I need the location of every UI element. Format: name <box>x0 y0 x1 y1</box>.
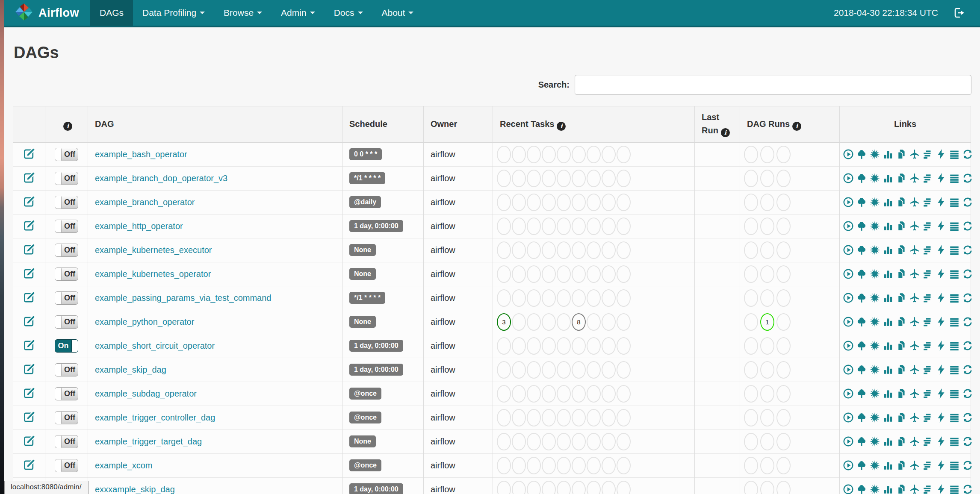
logs-icon[interactable] <box>949 484 960 494</box>
state-circle[interactable] <box>776 433 791 450</box>
state-circle[interactable] <box>776 457 791 474</box>
state-circle[interactable] <box>744 146 758 163</box>
task-tries-icon[interactable] <box>896 173 907 184</box>
edit-dag-icon[interactable] <box>23 171 35 183</box>
task-duration-icon[interactable] <box>883 436 894 447</box>
state-circle[interactable] <box>497 481 511 494</box>
nav-item-data-profiling[interactable]: Data Profiling <box>133 0 214 26</box>
tree-view-icon[interactable] <box>856 412 867 423</box>
nav-item-admin[interactable]: Admin <box>272 0 325 26</box>
state-circle[interactable] <box>557 194 571 211</box>
state-circle[interactable] <box>527 361 541 379</box>
state-circle[interactable] <box>744 409 758 426</box>
state-circle[interactable] <box>776 481 791 494</box>
state-circle[interactable] <box>602 265 616 283</box>
state-circle[interactable]: 3 <box>497 313 511 331</box>
dag-pause-toggle[interactable]: Off <box>55 411 78 424</box>
logs-icon[interactable] <box>949 436 960 447</box>
trigger-dag-icon[interactable] <box>843 412 854 423</box>
dag-link[interactable]: example_kubernetes_executor <box>95 245 212 255</box>
state-circle[interactable] <box>602 313 616 331</box>
dag-pause-toggle[interactable]: Off <box>55 387 78 400</box>
gantt-view-icon[interactable] <box>922 292 933 303</box>
state-circle[interactable] <box>602 241 616 259</box>
state-circle[interactable] <box>744 194 758 211</box>
state-circle[interactable] <box>744 241 758 259</box>
state-circle[interactable] <box>542 146 556 163</box>
state-circle[interactable] <box>497 385 511 403</box>
landing-times-icon[interactable] <box>909 484 920 494</box>
state-circle[interactable] <box>587 457 601 474</box>
state-circle[interactable] <box>760 361 774 379</box>
graph-view-icon[interactable] <box>869 316 880 327</box>
code-view-icon[interactable] <box>936 221 947 232</box>
state-circle[interactable] <box>587 433 601 450</box>
graph-view-icon[interactable] <box>869 340 880 351</box>
task-tries-icon[interactable] <box>896 197 907 208</box>
landing-times-icon[interactable] <box>909 436 920 447</box>
state-circle[interactable] <box>587 409 601 426</box>
state-circle[interactable] <box>557 361 571 379</box>
edit-dag-icon[interactable] <box>23 339 35 351</box>
code-view-icon[interactable] <box>936 173 947 184</box>
trigger-dag-icon[interactable] <box>843 149 854 160</box>
state-circle[interactable] <box>587 146 601 163</box>
trigger-dag-icon[interactable] <box>843 221 854 232</box>
logs-icon[interactable] <box>949 388 960 399</box>
tree-view-icon[interactable] <box>856 364 867 375</box>
dag-pause-toggle[interactable]: Off <box>55 148 78 161</box>
dag-link[interactable]: exxxample_skip_dag <box>95 485 175 494</box>
dag-link[interactable]: example_bash_operator <box>95 150 187 159</box>
task-tries-icon[interactable] <box>896 436 907 447</box>
state-circle[interactable] <box>542 457 556 474</box>
state-circle[interactable] <box>617 385 631 403</box>
task-duration-icon[interactable] <box>883 412 894 423</box>
dag-link[interactable]: example_xcom <box>95 461 153 470</box>
tree-view-icon[interactable] <box>856 173 867 184</box>
state-circle[interactable] <box>542 385 556 403</box>
state-circle[interactable] <box>527 457 541 474</box>
state-circle[interactable] <box>760 218 774 235</box>
graph-view-icon[interactable] <box>869 412 880 423</box>
graph-view-icon[interactable] <box>869 173 880 184</box>
state-circle[interactable] <box>542 433 556 450</box>
dag-link[interactable]: example_branch_dop_operator_v3 <box>95 173 227 183</box>
landing-times-icon[interactable] <box>909 292 920 303</box>
state-circle[interactable] <box>776 146 791 163</box>
state-circle[interactable] <box>760 457 774 474</box>
gantt-view-icon[interactable] <box>922 149 933 160</box>
logs-icon[interactable] <box>949 221 960 232</box>
code-view-icon[interactable] <box>936 388 947 399</box>
logout-icon[interactable] <box>953 6 965 19</box>
state-circle[interactable] <box>587 265 601 283</box>
state-circle[interactable] <box>776 289 791 307</box>
task-tries-icon[interactable] <box>896 292 907 303</box>
state-circle[interactable] <box>572 385 586 403</box>
edit-dag-icon[interactable] <box>23 315 35 327</box>
state-circle[interactable] <box>587 481 601 494</box>
state-circle[interactable] <box>602 481 616 494</box>
landing-times-icon[interactable] <box>909 268 920 279</box>
task-duration-icon[interactable] <box>883 221 894 232</box>
landing-times-icon[interactable] <box>909 460 920 471</box>
task-duration-icon[interactable] <box>883 197 894 208</box>
state-circle[interactable] <box>602 385 616 403</box>
task-duration-icon[interactable] <box>883 340 894 351</box>
task-duration-icon[interactable] <box>883 460 894 471</box>
brand[interactable]: Airflow <box>4 0 90 26</box>
refresh-icon[interactable] <box>962 221 973 232</box>
state-circle[interactable] <box>512 337 526 355</box>
state-circle[interactable] <box>542 265 556 283</box>
state-circle[interactable] <box>512 218 526 235</box>
edit-dag-icon[interactable] <box>23 363 35 375</box>
state-circle[interactable] <box>776 385 791 403</box>
state-circle[interactable] <box>617 265 631 283</box>
landing-times-icon[interactable] <box>909 221 920 232</box>
state-circle[interactable] <box>527 337 541 355</box>
gantt-view-icon[interactable] <box>922 436 933 447</box>
dag-pause-toggle[interactable]: Off <box>55 268 78 281</box>
state-circle[interactable] <box>587 313 601 331</box>
graph-view-icon[interactable] <box>869 460 880 471</box>
state-circle[interactable] <box>557 385 571 403</box>
task-tries-icon[interactable] <box>896 412 907 423</box>
